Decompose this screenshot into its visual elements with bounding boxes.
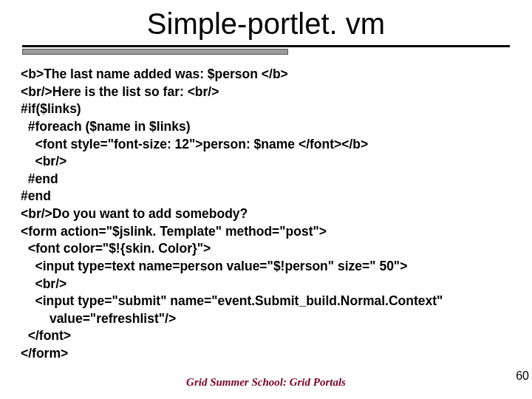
page-number: 60 bbox=[516, 369, 529, 383]
title-underline bbox=[22, 45, 510, 55]
code-block: <b>The last name added was: $person </b>… bbox=[21, 66, 517, 363]
footer-text: Grid Summer School: Grid Portals bbox=[0, 376, 532, 389]
slide-title: Simple-portlet. vm bbox=[0, 0, 532, 41]
